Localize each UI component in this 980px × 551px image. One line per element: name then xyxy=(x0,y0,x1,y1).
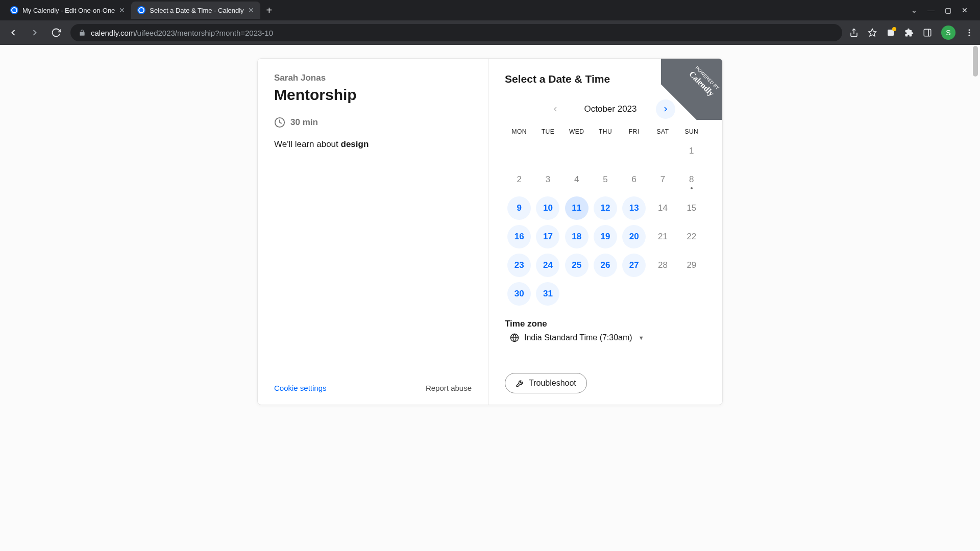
day-cell: 11 xyxy=(562,196,591,220)
back-button[interactable] xyxy=(6,26,20,40)
day-cell: 10 xyxy=(533,196,562,220)
maximize-icon[interactable]: ▢ xyxy=(945,6,951,14)
day-empty xyxy=(591,139,620,163)
day-available[interactable]: 13 xyxy=(622,196,646,220)
menu-icon[interactable] xyxy=(965,28,974,37)
clock-icon xyxy=(274,117,285,128)
svg-point-7 xyxy=(969,35,970,36)
day-available[interactable]: 12 xyxy=(594,196,617,220)
tab-search-icon[interactable]: ⌄ xyxy=(911,6,917,14)
day-cell: 20 xyxy=(620,225,648,248)
day-cell: 18 xyxy=(562,225,591,248)
day-available[interactable]: 9 xyxy=(507,196,531,220)
svg-marker-1 xyxy=(869,29,876,36)
close-window-icon[interactable]: ✕ xyxy=(962,6,968,14)
notifications-icon[interactable] xyxy=(886,28,895,37)
minimize-icon[interactable]: ― xyxy=(927,6,935,14)
forward-button[interactable] xyxy=(28,26,42,40)
day-cell: 26 xyxy=(591,254,620,277)
browser-chrome: My Calendly - Edit One-on-One ✕ Select a… xyxy=(0,0,980,45)
timezone-select[interactable]: India Standard Time (7:30am) ▼ xyxy=(505,333,706,342)
page-scrollbar[interactable] xyxy=(972,45,979,551)
day-available[interactable]: 31 xyxy=(536,282,559,306)
day-available[interactable]: 30 xyxy=(507,282,531,306)
extensions-icon[interactable] xyxy=(904,28,914,37)
day-cell: 8 xyxy=(677,168,706,191)
timezone-value: India Standard Time (7:30am) xyxy=(524,333,632,342)
day-cell: 16 xyxy=(505,225,533,248)
day-cell: 2 xyxy=(505,168,533,191)
sidepanel-icon[interactable] xyxy=(923,28,932,37)
day-available[interactable]: 27 xyxy=(622,254,646,277)
day-available[interactable]: 19 xyxy=(594,225,617,248)
day-unavailable: 6 xyxy=(622,168,646,191)
day-empty xyxy=(620,139,648,163)
day-available[interactable]: 11 xyxy=(565,196,589,220)
day-cell: 21 xyxy=(648,225,677,248)
day-cell: 27 xyxy=(620,254,648,277)
page-viewport: Sarah Jonas Mentorship 30 min We'll lear… xyxy=(0,45,980,551)
reload-button[interactable] xyxy=(49,26,63,40)
close-icon[interactable]: ✕ xyxy=(248,6,254,14)
day-available[interactable]: 24 xyxy=(536,254,559,277)
day-unavailable: 4 xyxy=(565,168,589,191)
calendar-panel: Select a Date & Time October 2023 MONTUE… xyxy=(488,59,722,405)
day-empty xyxy=(505,139,533,163)
day-unavailable: 3 xyxy=(536,168,559,191)
day-cell: 28 xyxy=(648,254,677,277)
day-available[interactable]: 20 xyxy=(622,225,646,248)
day-cell: 13 xyxy=(620,196,648,220)
day-unavailable: 2 xyxy=(507,168,531,191)
day-available[interactable]: 10 xyxy=(536,196,559,220)
profile-avatar[interactable]: S xyxy=(941,26,955,40)
day-unavailable: 22 xyxy=(680,225,703,248)
day-unavailable: 8 xyxy=(680,168,703,191)
timezone-block: Time zone India Standard Time (7:30am) ▼ xyxy=(505,319,706,342)
day-cell: 1 xyxy=(677,139,706,163)
powered-by-ribbon[interactable]: POWERED BY Calendly xyxy=(661,59,722,120)
calendly-favicon-icon xyxy=(137,6,145,14)
tab-active[interactable]: Select a Date & Time - Calendly ✕ xyxy=(131,2,260,19)
new-tab-button[interactable]: + xyxy=(260,5,279,16)
tabs-bar: My Calendly - Edit One-on-One ✕ Select a… xyxy=(0,0,980,20)
timezone-label: Time zone xyxy=(505,319,706,329)
prev-month-button[interactable] xyxy=(546,99,565,119)
day-available[interactable]: 25 xyxy=(565,254,589,277)
bookmark-icon[interactable] xyxy=(868,28,877,37)
day-unavailable: 1 xyxy=(680,139,703,163)
tab-inactive[interactable]: My Calendly - Edit One-on-One ✕ xyxy=(4,2,131,19)
svg-point-5 xyxy=(969,29,970,31)
tab-title: Select a Date & Time - Calendly xyxy=(150,7,243,14)
booking-card: Sarah Jonas Mentorship 30 min We'll lear… xyxy=(257,58,723,405)
day-available[interactable]: 18 xyxy=(565,225,589,248)
weekday-label: SAT xyxy=(648,128,677,135)
svg-point-6 xyxy=(969,32,970,34)
day-cell: 6 xyxy=(620,168,648,191)
url-field[interactable]: calendly.com/uifeed2023/mentorship?month… xyxy=(70,24,842,41)
day-cell: 24 xyxy=(533,254,562,277)
day-cell: 29 xyxy=(677,254,706,277)
event-description: We'll learn about design xyxy=(274,139,472,149)
troubleshoot-label: Troubleshoot xyxy=(529,379,576,388)
troubleshoot-button[interactable]: Troubleshoot xyxy=(505,373,587,393)
day-unavailable: 15 xyxy=(680,196,703,220)
cookie-settings-link[interactable]: Cookie settings xyxy=(274,384,327,392)
host-name: Sarah Jonas xyxy=(274,73,472,83)
window-controls: ⌄ ― ▢ ✕ xyxy=(903,6,976,14)
weekday-label: SUN xyxy=(677,128,706,135)
close-icon[interactable]: ✕ xyxy=(119,6,125,14)
day-cell: 30 xyxy=(505,282,533,306)
share-icon[interactable] xyxy=(849,28,859,37)
day-unavailable: 21 xyxy=(651,225,675,248)
chevron-down-icon: ▼ xyxy=(639,335,644,341)
day-cell: 9 xyxy=(505,196,533,220)
day-available[interactable]: 16 xyxy=(507,225,531,248)
day-available[interactable]: 17 xyxy=(536,225,559,248)
day-unavailable: 29 xyxy=(680,254,703,277)
day-cell: 25 xyxy=(562,254,591,277)
day-empty xyxy=(648,139,677,163)
day-available[interactable]: 26 xyxy=(594,254,617,277)
report-abuse-link[interactable]: Report abuse xyxy=(426,384,472,392)
duration-text: 30 min xyxy=(290,117,318,128)
day-available[interactable]: 23 xyxy=(507,254,531,277)
